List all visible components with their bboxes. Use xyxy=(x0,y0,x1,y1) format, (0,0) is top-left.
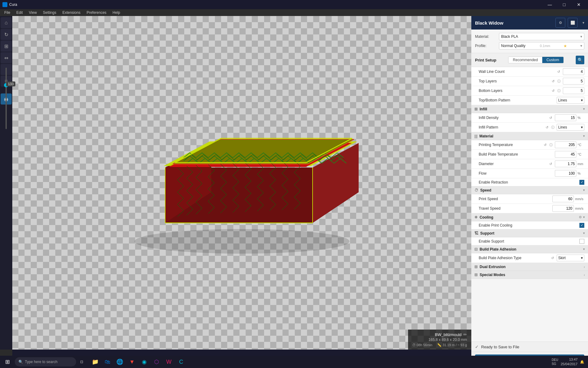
menu-preferences[interactable]: Preferences xyxy=(84,10,110,15)
taskbar-right: DEUSG 13:47 25/04/2017 🔔 xyxy=(552,357,588,367)
custom-mode-btn[interactable]: Custom xyxy=(542,57,563,63)
flow-controls: % xyxy=(555,170,584,177)
menu-settings[interactable]: Settings xyxy=(40,10,59,15)
taskbar-app5-btn[interactable]: W xyxy=(163,356,174,367)
top-bottom-pattern-dropdown[interactable]: Lines ▾ xyxy=(557,97,584,104)
material-value: Black PLA xyxy=(501,34,518,39)
edit-filename-btn[interactable]: ✏ xyxy=(463,332,467,337)
taskbar-search[interactable]: 🔍 Type here to search xyxy=(15,357,76,366)
infill-density-reset[interactable]: ↺ xyxy=(549,116,554,120)
app-title: Cura xyxy=(9,2,17,7)
taskbar-app4-btn[interactable]: ⬡ xyxy=(151,356,162,367)
material-section-header[interactable]: ||| Material ▾ xyxy=(471,132,588,140)
svg-point-0 xyxy=(134,229,349,254)
toolbar-home-btn[interactable]: ⌂ xyxy=(1,17,12,28)
taskbar: ⊞ 🔍 Type here to search ⊡ 📁 🛍 🌐 ▼ ◉ ⬡ W … xyxy=(0,356,588,368)
enable-support-checkbox[interactable] xyxy=(579,239,584,244)
build-plate-adhesion-label: Build Plate Adhesion xyxy=(480,247,581,251)
wall-line-count-reset[interactable]: ↺ xyxy=(557,70,562,74)
top-layers-info[interactable]: ⓘ xyxy=(557,79,562,84)
build-plate-adhesion-type-dropdown[interactable]: Skirt ▾ xyxy=(557,255,584,261)
taskbar-chrome-btn[interactable]: 🌐 xyxy=(114,356,125,367)
top-layers-input[interactable] xyxy=(563,78,584,85)
toolbar-rotate-btn[interactable]: ↻ xyxy=(1,29,12,40)
print-speed-input[interactable] xyxy=(552,196,574,202)
speed-section-header[interactable]: ⏱ Speed ▾ xyxy=(471,186,588,194)
notification-icon[interactable]: 🔔 xyxy=(580,360,584,364)
enable-retraction-controls xyxy=(579,180,584,185)
menu-extensions[interactable]: Extensions xyxy=(59,10,84,15)
printing-temp-info[interactable]: ⓘ xyxy=(549,143,554,147)
menu-view[interactable]: View xyxy=(26,10,40,15)
build-plate-temp-input[interactable] xyxy=(555,151,576,158)
build-plate-adhesion-type-reset[interactable]: ↺ xyxy=(551,256,555,260)
printing-temp-unit: °C xyxy=(578,143,584,147)
build-plate-adhesion-section-header[interactable]: ⊟ Build Plate Adhesion ▾ xyxy=(471,245,588,253)
special-modes-section-header[interactable]: ⊞ Special Modes ‹ xyxy=(471,271,588,279)
enable-print-cooling-checkbox[interactable] xyxy=(579,223,584,228)
menu-help[interactable]: Help xyxy=(110,10,123,15)
taskbar-app3-btn[interactable]: ◉ xyxy=(139,356,150,367)
menu-file[interactable]: File xyxy=(1,10,13,15)
print-setup-header: Print Setup Recommended Custom 🔍 xyxy=(471,53,588,67)
bottom-layers-info[interactable]: ⓘ xyxy=(557,89,562,93)
support-section-header[interactable]: 🏗 Support ▾ xyxy=(471,229,588,237)
bottom-layers-reset[interactable]: ↺ xyxy=(552,89,556,93)
dual-extrusion-section-header[interactable]: ⊞ Dual Extrusion ‹ xyxy=(471,263,588,271)
flow-input[interactable] xyxy=(555,170,576,177)
file-info-panel: BW_blitzmould ✏ 165.8 x 89.6 x 20.0 mm ⏱… xyxy=(408,330,471,350)
profile-star-icon: ★ xyxy=(563,44,567,48)
diameter-label: Diameter xyxy=(479,162,549,166)
travel-speed-input[interactable] xyxy=(552,205,574,212)
ready-text: Ready to Save to File xyxy=(481,345,519,349)
minimize-button[interactable]: — xyxy=(543,0,557,9)
infill-pattern-dropdown[interactable]: Lines ▾ xyxy=(557,124,584,131)
printer-view-btn[interactable]: ⬜ xyxy=(568,18,578,28)
layer-slider[interactable]: 133 xyxy=(0,61,12,154)
top-layers-reset[interactable]: ↺ xyxy=(552,79,556,83)
taskbar-explorer-btn[interactable]: 📁 xyxy=(90,356,101,367)
cooling-section-header[interactable]: ❄ Cooling ⚙ ▾ xyxy=(471,213,588,221)
recommended-mode-btn[interactable]: Recommended xyxy=(508,57,542,63)
infill-pattern-reset[interactable]: ↺ xyxy=(546,125,550,129)
printing-temp-input[interactable] xyxy=(555,141,576,148)
printer-settings-btn[interactable]: ⚙ xyxy=(555,18,565,28)
taskbar-app2-btn[interactable]: ▼ xyxy=(127,356,138,367)
3d-model xyxy=(116,81,368,266)
infill-pattern-arrow: ▾ xyxy=(581,125,583,129)
toolbar-scale-btn[interactable]: ⊞ xyxy=(1,41,12,52)
printer-dropdown-btn[interactable]: ▾ xyxy=(582,21,584,25)
3d-viewport[interactable] xyxy=(12,16,471,350)
maximize-button[interactable]: □ xyxy=(557,0,571,9)
diameter-input[interactable] xyxy=(555,160,576,167)
infill-pattern-info[interactable]: ⓘ xyxy=(551,125,555,130)
settings-search-btn[interactable]: 🔍 xyxy=(576,56,584,64)
taskbar-app6-btn[interactable]: C xyxy=(176,356,187,367)
material-dropdown[interactable]: Black PLA ▾ xyxy=(499,33,584,40)
build-plate-adhesion-icon: ⊟ xyxy=(474,247,478,251)
wall-line-count-input[interactable] xyxy=(563,68,584,75)
profile-dropdown-arrow: ▾ xyxy=(580,44,582,48)
cooling-gear-icon[interactable]: ⚙ xyxy=(579,215,582,219)
infill-section-header[interactable]: ⊠ Infill ▾ xyxy=(471,105,588,113)
titlebar: Cura — □ ✕ xyxy=(0,0,588,9)
taskbar-store-btn[interactable]: 🛍 xyxy=(102,356,113,367)
printer-name: Black Widow xyxy=(475,20,553,26)
menu-edit[interactable]: Edit xyxy=(13,10,26,15)
material-row: Material: Black PLA ▾ xyxy=(475,32,584,41)
settings-list[interactable]: Wall Line Count ↺ Top Layers ↺ ⓘ Bottom … xyxy=(471,67,588,342)
profile-dropdown[interactable]: Normal Quality 0.1mm ★ ▾ xyxy=(499,42,584,49)
diameter-reset[interactable]: ↺ xyxy=(549,162,554,166)
material-section-icon: ||| xyxy=(474,134,477,138)
enable-retraction-checkbox[interactable] xyxy=(579,180,584,185)
bottom-layers-input[interactable] xyxy=(563,87,584,94)
bottom-layers-row: Bottom Layers ↺ ⓘ xyxy=(471,86,588,96)
printing-temp-reset[interactable]: ↺ xyxy=(544,143,548,147)
infill-density-input[interactable] xyxy=(555,114,576,121)
profile-label: Profile: xyxy=(475,44,496,48)
infill-pattern-controls: ↺ ⓘ Lines ▾ xyxy=(546,124,584,131)
task-view-btn[interactable]: ⊡ xyxy=(76,356,87,367)
close-button[interactable]: ✕ xyxy=(572,0,586,9)
start-button[interactable]: ⊞ xyxy=(0,356,15,368)
taskbar-time: 13:47 25/04/2017 xyxy=(561,357,578,367)
